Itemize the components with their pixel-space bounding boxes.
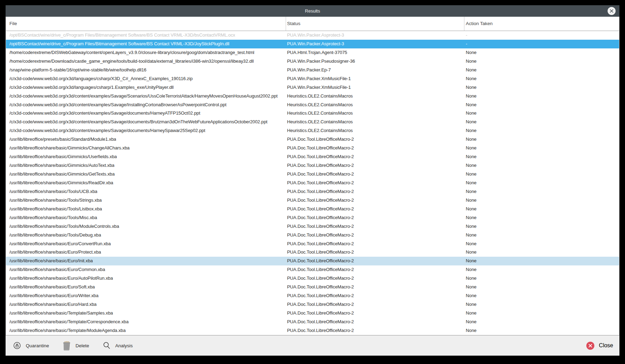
table-row[interactable]: /c/x3d-code/www.web3d.org/x3d/content/ex… bbox=[6, 118, 619, 126]
table-row[interactable]: /usr/lib/libreoffice/share/basic/Templat… bbox=[6, 309, 619, 318]
cell-file: /usr/lib/libreoffice/share/basic/Templat… bbox=[9, 309, 113, 318]
table-row[interactable]: /c/x3d-code/www.web3d.org/x3d/content/ex… bbox=[6, 92, 619, 101]
cell-status: PUA.Win.Packer.Asprotect-3 bbox=[287, 31, 344, 40]
table-row[interactable]: /usr/lib/libreoffice/share/basic/Templat… bbox=[6, 318, 619, 326]
cell-action-taken: None bbox=[466, 231, 477, 240]
cell-status: PUA.Doc.Tool.LibreOfficeMacro-2 bbox=[287, 257, 354, 265]
table-row[interactable]: /usr/lib/libreoffice/share/basic/Tools/S… bbox=[6, 196, 619, 205]
table-row[interactable]: /home/coderextreme/DISWebGateway/content… bbox=[6, 48, 619, 57]
table-row[interactable]: /usr/lib/libreoffice/share/basic/Gimmick… bbox=[6, 170, 619, 179]
cell-action-taken: None bbox=[466, 326, 477, 335]
table-row[interactable]: /c/x3d-code/www.web3d.org/x3d/content/ex… bbox=[6, 109, 619, 118]
cell-action-taken: None bbox=[466, 126, 477, 135]
cell-file: /usr/lib/libreoffice/share/basic/Tools/M… bbox=[9, 214, 97, 222]
table-row[interactable]: /usr/lib/libreoffice/share/basic/Euro/Co… bbox=[6, 265, 619, 274]
cell-action-taken: None bbox=[466, 66, 477, 75]
cell-status: PUA.Win.Packer.XmMusicFile-1 bbox=[287, 83, 351, 92]
table-row[interactable]: /usr/lib/libreoffice/share/basic/Gimmick… bbox=[6, 179, 619, 187]
table-row[interactable]: /usr/lib/libreoffice/share/basic/Tools/M… bbox=[6, 222, 619, 231]
cell-file: /c/x3d-code/www.web3d.org/x3d/content/ex… bbox=[9, 101, 226, 109]
table-row[interactable]: /usr/lib/libreoffice/share/basic/Templat… bbox=[6, 326, 619, 335]
table-row[interactable]: /c/x3d-code/www.web3d.org/x3d/content/ex… bbox=[6, 126, 619, 135]
cell-status: PUA.Doc.Tool.LibreOfficeMacro-2 bbox=[287, 144, 354, 153]
table-row[interactable]: /usr/lib/libreoffice/share/basic/Gimmick… bbox=[6, 153, 619, 161]
quarantine-button[interactable]: Quarantine bbox=[13, 341, 49, 350]
quarantine-label: Quarantine bbox=[26, 343, 49, 348]
cell-action-taken: None bbox=[466, 170, 477, 179]
screen-background: Results File Status Action Taken /opt/BS… bbox=[0, 0, 625, 364]
cell-status: PUA.Doc.Tool.LibreOfficeMacro-2 bbox=[287, 300, 354, 309]
quarantine-lock-icon bbox=[13, 341, 21, 350]
cell-file: /home/coderextreme/DISWebGateway/content… bbox=[9, 48, 254, 57]
column-header-action-taken[interactable]: Action Taken bbox=[466, 17, 493, 31]
cell-action-taken: None bbox=[466, 153, 477, 161]
cell-action-taken: None bbox=[466, 265, 477, 274]
table-row[interactable]: /home/coderextreme/Downloads/castle_game… bbox=[6, 57, 619, 66]
table-row[interactable]: /c/x3d-code/www.web3d.org/x3d/languages/… bbox=[6, 75, 619, 83]
column-separator[interactable] bbox=[464, 17, 464, 31]
delete-label: Delete bbox=[76, 343, 89, 348]
cell-file: /opt/BSContact/wine/drive_c/Program File… bbox=[9, 31, 235, 40]
cell-action-taken: None bbox=[466, 205, 477, 214]
column-header-status[interactable]: Status bbox=[287, 17, 300, 31]
table-row[interactable]: /usr/lib/libreoffice/share/basic/Tools/M… bbox=[6, 214, 619, 222]
cell-action-taken: None bbox=[466, 283, 477, 292]
cell-file: /usr/lib/libreoffice/share/basic/Gimmick… bbox=[9, 144, 130, 153]
table-row[interactable]: /usr/lib/libreoffice/share/basic/Euro/Pr… bbox=[6, 248, 619, 257]
analysis-button[interactable]: Analysis bbox=[102, 341, 133, 350]
cell-status: PUA.Doc.Tool.LibreOfficeMacro-2 bbox=[287, 214, 354, 222]
cell-file: /usr/lib/libreoffice/share/basic/Euro/Co… bbox=[9, 265, 105, 274]
cell-action-taken: None bbox=[466, 318, 477, 326]
table-row[interactable]: /usr/lib/libreoffice/presets/basic/Stand… bbox=[6, 135, 619, 144]
table-row[interactable]: /usr/lib/libreoffice/share/basic/Euro/So… bbox=[6, 283, 619, 292]
cell-file: /usr/lib/libreoffice/share/basic/Euro/Co… bbox=[9, 240, 111, 248]
cell-status: PUA.Win.Packer.Ep-7 bbox=[287, 66, 331, 75]
table-row[interactable]: /opt/BSContact/wine/drive_c/Program File… bbox=[6, 31, 619, 40]
cell-status: PUA.Doc.Tool.LibreOfficeMacro-2 bbox=[287, 161, 354, 170]
table-row[interactable]: /opt/BSContact/wine/drive_c/Program File… bbox=[6, 40, 619, 48]
titlebar-close-button[interactable] bbox=[608, 7, 616, 15]
cell-action-taken: None bbox=[466, 135, 477, 144]
cell-action-taken: None bbox=[466, 196, 477, 205]
cell-action-taken: - bbox=[466, 40, 467, 48]
cell-file: /c/x3d-code/www.web3d.org/x3d/languages/… bbox=[9, 75, 193, 83]
table-row[interactable]: /usr/lib/libreoffice/share/basic/Euro/Au… bbox=[6, 274, 619, 283]
cell-file: /usr/lib/libreoffice/share/basic/Euro/In… bbox=[9, 257, 93, 265]
cell-action-taken: None bbox=[466, 257, 477, 265]
delete-button[interactable]: Delete bbox=[62, 341, 89, 350]
column-separator[interactable] bbox=[286, 17, 286, 31]
close-button[interactable]: Close bbox=[586, 342, 613, 350]
cell-action-taken: None bbox=[466, 75, 477, 83]
search-icon bbox=[102, 341, 111, 350]
table-row[interactable]: /usr/lib/libreoffice/share/basic/Euro/In… bbox=[6, 257, 619, 265]
table-row[interactable]: /usr/lib/libreoffice/share/basic/Gimmick… bbox=[6, 161, 619, 170]
table-row[interactable]: /usr/lib/libreoffice/share/basic/Tools/L… bbox=[6, 205, 619, 214]
table-row[interactable]: /usr/lib/libreoffice/share/basic/Euro/Co… bbox=[6, 240, 619, 248]
cell-action-taken: None bbox=[466, 222, 477, 231]
table-row[interactable]: /usr/lib/libreoffice/share/basic/Euro/Wr… bbox=[6, 292, 619, 300]
table-row[interactable]: /usr/lib/libreoffice/share/basic/Tools/D… bbox=[6, 231, 619, 240]
cell-action-taken: None bbox=[466, 179, 477, 187]
cell-status: PUA.Doc.Tool.LibreOfficeMacro-2 bbox=[287, 196, 354, 205]
table-row[interactable]: /usr/lib/libreoffice/share/basic/Euro/Ha… bbox=[6, 300, 619, 309]
cell-file: /home/coderextreme/Downloads/castle_game… bbox=[9, 57, 254, 66]
cell-file: /usr/lib/libreoffice/share/basic/Templat… bbox=[9, 318, 129, 326]
table-row[interactable]: /usr/lib/libreoffice/share/basic/Tools/U… bbox=[6, 187, 619, 196]
cell-status: PUA.Doc.Tool.LibreOfficeMacro-2 bbox=[287, 292, 354, 300]
analysis-label: Analysis bbox=[115, 343, 133, 348]
window-title: Results bbox=[305, 8, 320, 14]
cell-status: PUA.Doc.Tool.LibreOfficeMacro-2 bbox=[287, 326, 354, 335]
cell-file: /c/x3d-code/www.web3d.org/x3d/content/ex… bbox=[9, 118, 268, 126]
cell-file: /usr/lib/libreoffice/share/basic/Tools/D… bbox=[9, 231, 101, 240]
titlebar[interactable]: Results bbox=[6, 5, 619, 17]
cell-file: /usr/lib/libreoffice/share/basic/Euro/Au… bbox=[9, 274, 113, 283]
table-row[interactable]: /c/x3d-code/www.web3d.org/x3d/languages/… bbox=[6, 83, 619, 92]
column-header-file[interactable]: File bbox=[9, 17, 17, 31]
table-row[interactable]: /usr/lib/libreoffice/share/basic/Gimmick… bbox=[6, 144, 619, 153]
cell-action-taken: None bbox=[466, 309, 477, 318]
toolbar-right-group: Close bbox=[586, 342, 619, 350]
cell-file: /c/x3d-code/www.web3d.org/x3d/content/ex… bbox=[9, 109, 200, 118]
table-row[interactable]: /c/x3d-code/www.web3d.org/x3d/content/ex… bbox=[6, 101, 619, 109]
cell-file: /usr/lib/libreoffice/share/basic/Gimmick… bbox=[9, 170, 115, 179]
table-row[interactable]: /snap/wine-platform-5-stable/16/opt/wine… bbox=[6, 66, 619, 75]
